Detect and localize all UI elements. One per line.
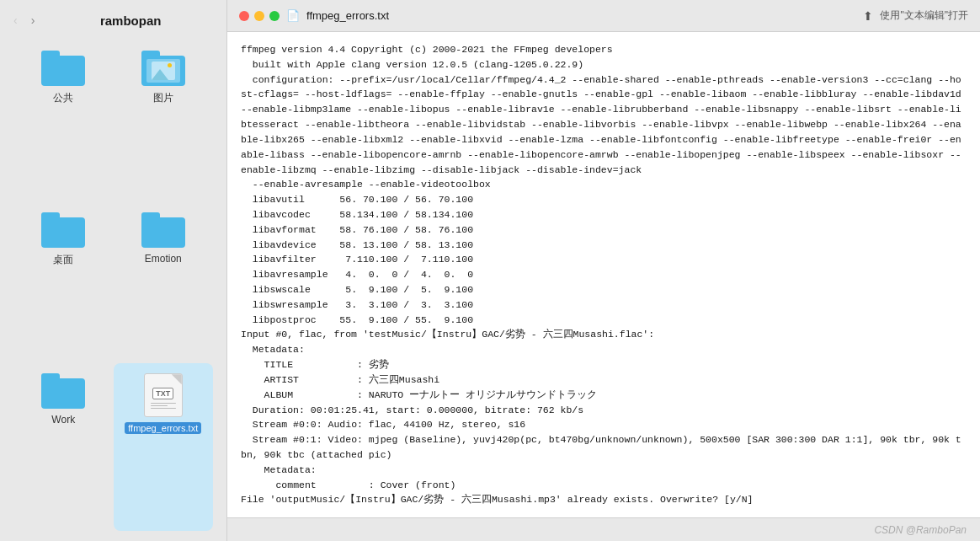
txt-file-icon: TXT (144, 373, 183, 417)
sidebar-label-picture: 图片 (153, 91, 173, 105)
sidebar-label-gong: 公共 (53, 91, 73, 105)
bottom-bar: CSDN @RamboPan (227, 517, 980, 541)
txt-line-3 (151, 408, 176, 409)
watermark: CSDN @RamboPan (874, 524, 967, 536)
back-button[interactable]: ‹ (10, 12, 21, 29)
share-button[interactable]: ⬆ (863, 9, 873, 23)
forward-button[interactable]: › (28, 12, 39, 29)
title-bar: 📄 ffmpeg_errors.txt ⬆ 使用"文本编辑"打开 (227, 0, 980, 32)
txt-line-2 (151, 405, 168, 406)
maximize-button[interactable] (269, 11, 280, 21)
folder-icon-work (41, 373, 85, 409)
folder-icon-picture (141, 51, 185, 86)
folder-icon-desktop (41, 212, 85, 248)
sidebar-item-gong[interactable]: 公共 (13, 40, 114, 202)
sidebar-label-ffmpeg: ffmpeg_errors.txt (125, 422, 201, 434)
main-area: 📄 ffmpeg_errors.txt ⬆ 使用"文本编辑"打开 ffmpeg … (227, 0, 980, 541)
txt-badge: TXT (152, 388, 173, 399)
sidebar-grid: 公共 图片 (0, 37, 226, 534)
sidebar-item-desktop[interactable]: 桌面 (13, 202, 114, 364)
sidebar-label-work: Work (51, 414, 75, 426)
sidebar-title: rambopan (45, 13, 216, 28)
txt-lines (151, 403, 176, 409)
sidebar-label-desktop: 桌面 (53, 253, 73, 267)
minimize-button[interactable] (254, 11, 264, 21)
folder-icon-emotion (141, 212, 185, 248)
txt-line-1 (151, 403, 176, 404)
folder-icon-gong (41, 51, 85, 86)
sidebar-header: ‹ › rambopan (0, 7, 226, 37)
close-button[interactable] (239, 11, 249, 21)
traffic-lights (239, 11, 280, 21)
file-icon: 📄 (286, 9, 300, 22)
sidebar-item-emotion[interactable]: Emotion (114, 202, 214, 364)
sidebar-item-picture[interactable]: 图片 (114, 40, 214, 202)
edit-in-textedit-button[interactable]: 使用"文本编辑"打开 (880, 8, 968, 23)
sidebar-item-ffmpeg[interactable]: TXT ffmpeg_errors.txt (114, 363, 214, 531)
sidebar: ‹ › rambopan 公共 (0, 0, 227, 541)
title-bar-actions: ⬆ 使用"文本编辑"打开 (863, 8, 968, 23)
title-bar-filename: ffmpeg_errors.txt (306, 9, 856, 22)
sidebar-item-work[interactable]: Work (13, 363, 114, 531)
text-content[interactable]: ffmpeg version 4.4 Copyright (c) 2000-20… (227, 32, 980, 517)
sidebar-label-emotion: Emotion (145, 253, 182, 265)
